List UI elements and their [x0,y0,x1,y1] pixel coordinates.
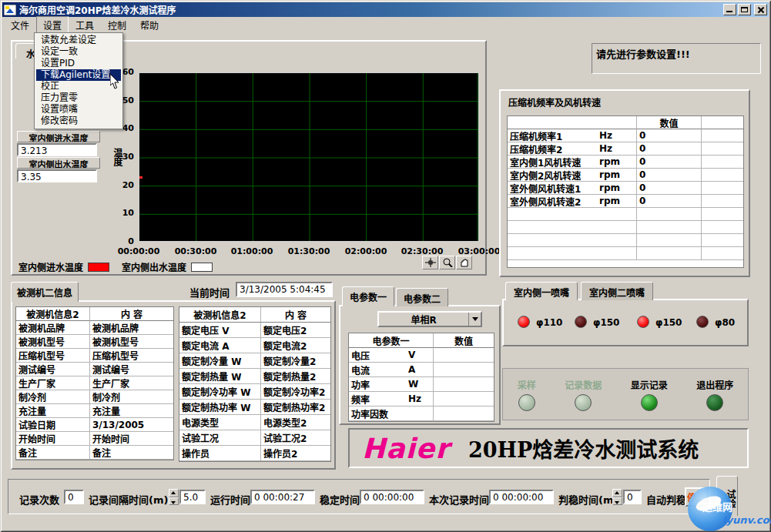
table-cell[interactable]: 被测机品牌 [16,321,90,335]
table-cell[interactable]: 备注 [16,446,90,460]
menu-file[interactable]: 文件 [4,16,36,34]
table-empty-row [508,221,597,234]
row-value[interactable]: 0 [637,129,702,142]
table-cell[interactable]: 额定制冷量2 [261,353,330,369]
temperature-plot[interactable] [139,72,479,242]
table-cell[interactable]: 备注 [90,446,173,460]
table-cell[interactable]: 操作员2 [261,446,330,461]
param-value[interactable] [434,377,494,392]
legend-swatch-inlet[interactable] [88,263,109,272]
table-cell[interactable]: 额定制冷功率 W [179,384,261,400]
param-value[interactable] [434,392,494,407]
table-cell[interactable]: 制冷剂 [90,390,173,404]
tab-eparams-2[interactable]: 电参数二 [396,288,448,306]
table-cell[interactable]: 3/13/2005 [90,418,173,432]
judge-time-value[interactable]: 0 [623,490,642,504]
title-bar[interactable]: 海尔商用空调20HP焓差冷水测试程序 [2,2,769,17]
inlet-temp-value[interactable]: 3.213 [17,143,97,156]
interval-stepper[interactable] [169,489,179,505]
maximize-button[interactable] [738,4,751,15]
menu-settings[interactable]: 设置 [36,16,69,34]
row-value[interactable]: 0 [637,142,702,156]
table-cell[interactable]: 充注量 [90,404,173,418]
table-cell[interactable]: 额定制热量2 [261,369,330,384]
table-cell[interactable]: 试验日期 [16,418,90,432]
row-value[interactable]: 0 [637,169,702,182]
interval-value[interactable]: 5.0 [179,490,206,504]
table-cell[interactable]: 被测机品牌 [90,321,173,335]
table-cell[interactable]: 额定制热功率 W [179,400,261,415]
nozzle-led-110[interactable] [518,316,530,328]
param-value[interactable] [434,348,494,363]
row-value[interactable]: 0 [637,182,702,195]
menu-item-pressure-zero[interactable]: 压力置零 [36,92,121,104]
table-cell[interactable]: 额定制热量 W [179,369,261,384]
spin-up-icon[interactable] [169,489,179,497]
table-cell[interactable]: 额定制冷量 W [179,353,261,369]
spin-down-icon[interactable] [612,497,622,506]
judge-time-stepper[interactable] [612,489,622,505]
table-cell[interactable]: 生产厂家 [90,376,173,390]
menu-item-password[interactable]: 修改密码 [36,115,121,127]
tab-eparams-1[interactable]: 电参数一 [342,286,394,306]
menu-item-tolerance[interactable]: 读数允差设定 [36,35,121,46]
menu-item-set-consistent[interactable]: 设定一致 [36,46,121,58]
table-cell[interactable]: 额定电流 A [179,338,261,353]
menu-item-pid[interactable]: 设置PID [36,58,121,69]
table-cell[interactable]: 测试编号 [16,363,90,376]
table-cell[interactable]: 压缩机型号 [16,349,90,363]
menu-item-agilent[interactable]: 下载Agilent设置 [36,69,121,81]
menu-item-calibrate[interactable]: 校正 [36,81,121,92]
sample-button[interactable] [518,394,535,411]
graph-crosshair-button[interactable] [422,256,438,269]
row-value[interactable]: 0 [637,156,702,169]
table-cell[interactable]: 额定电流2 [261,338,330,353]
table-cell[interactable]: 被测机型号 [90,335,173,349]
outlet-temp-value[interactable]: 3.35 [17,169,97,182]
param-value[interactable] [434,363,494,377]
show-records-button[interactable] [641,394,658,411]
table-cell[interactable]: 电源类型 [179,415,261,430]
tab-unit-info[interactable]: 被测机二信息 [11,282,79,302]
chevron-down-icon[interactable] [468,313,481,326]
table-cell[interactable]: 压缩机型号 [90,349,173,363]
watermark-url[interactable]: lyunv.com [722,514,771,526]
table-cell[interactable]: 额定制热功率2 [261,400,330,415]
phase-select[interactable]: 单相R [377,311,482,327]
graph-zoom-button[interactable] [439,256,455,269]
menu-item-nozzle[interactable]: 设置喷嘴 [36,104,121,115]
table-cell[interactable]: 额定制冷功率2 [261,384,330,400]
table-cell[interactable]: 开始时间 [90,432,173,446]
menu-help[interactable]: 帮助 [133,16,166,34]
table-cell[interactable]: 额定电压 V [179,323,261,338]
table-cell[interactable]: 生产厂家 [16,376,90,390]
table-cell[interactable]: 被测机型号 [16,335,90,349]
compressor-table: 数值 压缩机频率1 Hz 0 压缩机频率2 Hz 0 室内侧1风机转速 rpm … [507,115,744,268]
table-cell[interactable]: 制冷剂 [16,390,90,404]
close-button[interactable] [754,4,767,15]
nozzle-led-80[interactable] [696,316,709,328]
table-cell[interactable]: 操作员 [179,446,261,461]
table-cell[interactable]: 电源类型2 [261,415,330,430]
tab-nozzle-2[interactable]: 室内侧二喷嘴 [581,282,653,300]
menu-tools[interactable]: 工具 [69,16,101,34]
menu-control[interactable]: 控制 [101,16,133,34]
row-value[interactable]: 0 [637,195,702,208]
tab-nozzle-1[interactable]: 室内侧一喷嘴 [505,282,578,300]
spin-down-icon[interactable] [169,497,179,506]
nozzle-led-150b[interactable] [637,316,649,328]
table-cell[interactable]: 充注量 [16,404,90,418]
spin-up-icon[interactable] [612,489,622,497]
legend-swatch-outlet[interactable] [191,263,213,272]
exit-button[interactable] [706,394,723,411]
table-cell[interactable]: 试验工况2 [261,430,330,446]
minimize-button[interactable] [723,4,736,15]
table-cell[interactable]: 额定电压2 [261,323,330,338]
graph-pan-button[interactable] [456,256,472,269]
record-data-button[interactable] [575,394,592,411]
table-cell[interactable]: 开始时间 [16,432,90,446]
table-cell[interactable]: 测试编号 [90,363,173,376]
nozzle-led-150a[interactable] [575,316,587,328]
table-cell[interactable]: 试验工况 [179,430,261,446]
param-value[interactable] [434,407,494,421]
